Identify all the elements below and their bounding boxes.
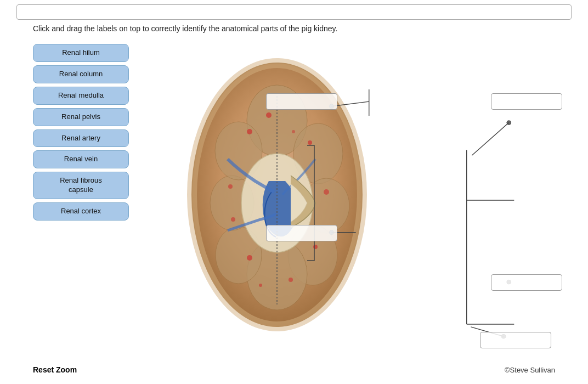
svg-point-16: [228, 184, 233, 189]
drop-box-1[interactable]: [266, 93, 337, 110]
svg-point-12: [308, 140, 312, 145]
footer: Reset Zoom ©Steve Sullivan: [33, 365, 555, 374]
drop-box-4[interactable]: [491, 274, 562, 291]
top-input-bar[interactable]: [16, 4, 572, 20]
main-area: Renal hilum Renal column Renal medulla R…: [33, 38, 588, 362]
drop-box-5[interactable]: [480, 332, 551, 348]
label-renal-medulla[interactable]: Renal medulla: [33, 87, 129, 105]
svg-point-14: [313, 245, 318, 249]
labels-column: Renal hilum Renal column Renal medulla R…: [33, 38, 129, 362]
label-renal-cortex[interactable]: Renal cortex: [33, 202, 129, 221]
label-renal-artery[interactable]: Renal artery: [33, 129, 129, 148]
svg-point-18: [289, 278, 293, 282]
svg-point-26: [507, 121, 511, 125]
label-renal-column[interactable]: Renal column: [33, 65, 129, 83]
drop-box-2[interactable]: [491, 93, 562, 110]
svg-point-20: [292, 130, 295, 133]
drop-box-3[interactable]: [266, 225, 337, 241]
copyright-text: ©Steve Sullivan: [505, 366, 555, 374]
svg-point-19: [259, 284, 262, 287]
label-renal-vein[interactable]: Renal vein: [33, 150, 129, 168]
svg-point-13: [324, 189, 329, 195]
label-renal-fibrous-capsule[interactable]: Renal fibrouscapsule: [33, 172, 129, 199]
svg-point-21: [231, 217, 235, 222]
svg-point-11: [247, 129, 252, 134]
label-renal-hilum[interactable]: Renal hilum: [33, 44, 129, 62]
instruction-text: Click and drag the labels on top to corr…: [33, 24, 572, 33]
svg-point-17: [266, 112, 272, 118]
svg-line-27: [472, 123, 508, 156]
diagram-area: [129, 38, 588, 362]
reset-zoom-button[interactable]: Reset Zoom: [33, 365, 77, 374]
svg-point-15: [247, 255, 252, 261]
label-renal-pelvis[interactable]: Renal pelvis: [33, 108, 129, 126]
